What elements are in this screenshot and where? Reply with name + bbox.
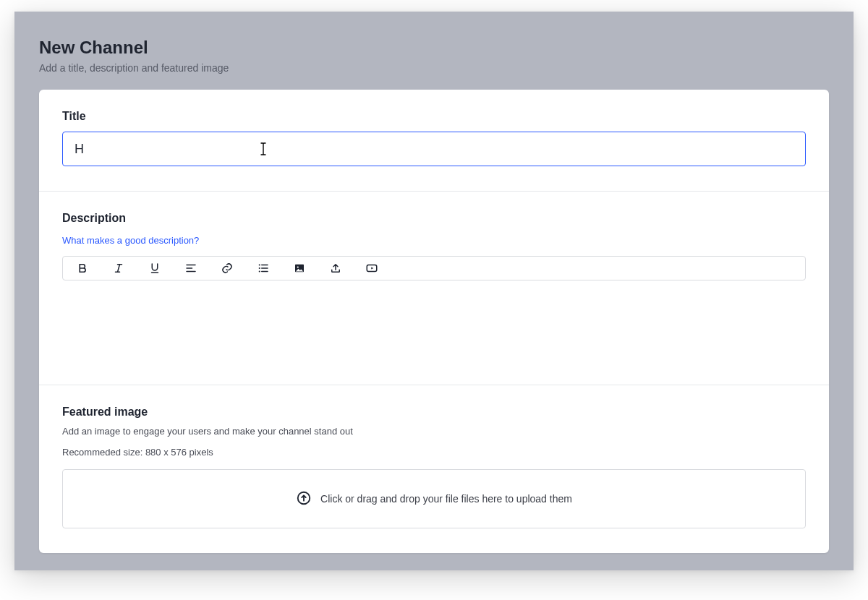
featured-image-section: Featured image Add an image to engage yo… [39, 385, 829, 553]
new-channel-window: New Channel Add a title, description and… [14, 12, 854, 570]
italic-icon [112, 262, 125, 275]
bold-button[interactable] [75, 260, 90, 276]
featured-image-label: Featured image [62, 406, 806, 419]
video-icon [365, 262, 378, 275]
upload-dropzone[interactable]: Click or drag and drop your file files h… [62, 469, 806, 528]
title-label: Title [62, 110, 806, 123]
svg-point-0 [259, 264, 260, 265]
italic-button[interactable] [111, 260, 127, 276]
video-button[interactable] [364, 260, 380, 276]
image-icon [293, 262, 306, 275]
page-subtitle: Add a title, description and featured im… [39, 62, 829, 74]
link-button[interactable] [219, 260, 235, 276]
description-section: Description What makes a good descriptio… [39, 192, 829, 385]
underline-button[interactable] [147, 260, 163, 276]
editor-toolbar [62, 256, 806, 280]
featured-image-recommended: Recommeded size: 880 x 576 pixels [62, 447, 806, 458]
description-label: Description [62, 212, 806, 225]
link-icon [221, 262, 234, 275]
upload-button[interactable] [328, 260, 344, 276]
bold-icon [76, 262, 89, 275]
description-editor[interactable] [62, 280, 806, 360]
list-icon [257, 262, 270, 275]
form-card: Title Description What makes a good desc… [39, 90, 829, 553]
svg-point-1 [259, 267, 260, 269]
image-button[interactable] [292, 260, 307, 276]
title-input[interactable] [62, 132, 806, 166]
title-section: Title [39, 90, 829, 192]
underline-icon [148, 262, 161, 275]
description-helper-link[interactable]: What makes a good description? [62, 235, 199, 246]
upload-icon [329, 262, 342, 275]
align-button[interactable] [183, 260, 199, 276]
dropzone-text: Click or drag and drop your file files h… [320, 493, 572, 505]
page-header: New Channel Add a title, description and… [14, 12, 854, 90]
upload-circle-icon [296, 490, 312, 508]
featured-image-subtext: Add an image to engage your users and ma… [62, 426, 806, 437]
list-button[interactable] [255, 260, 271, 276]
svg-point-4 [297, 266, 299, 267]
svg-point-2 [259, 270, 260, 272]
align-left-icon [184, 262, 197, 275]
page-title: New Channel [39, 38, 829, 58]
